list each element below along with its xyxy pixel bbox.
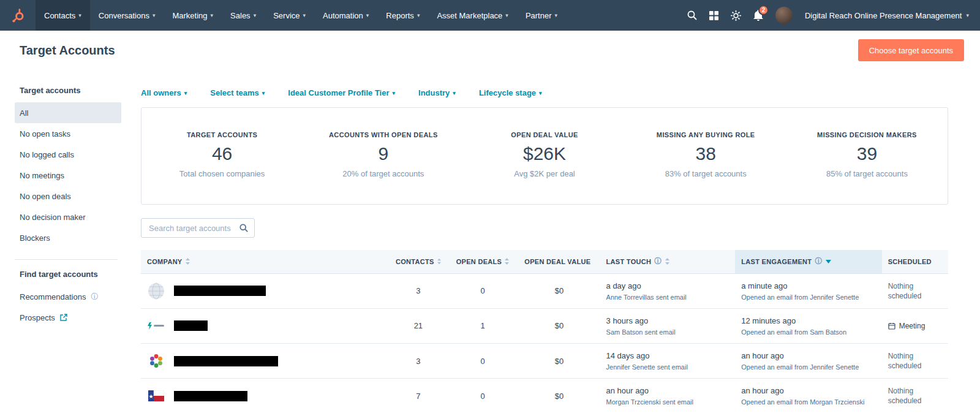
sidebar-item-prospects[interactable]: Prospects: [20, 307, 123, 328]
filter-label: Lifecycle stage: [479, 88, 536, 97]
last-touch-detail: Anne Torrevillas sent email: [606, 294, 729, 301]
hubspot-sprocket-logo[interactable]: [0, 0, 36, 31]
sort-icon[interactable]: [665, 258, 669, 265]
nav-conversations[interactable]: Conversations▾: [90, 0, 164, 31]
content-layout: Target accounts All No open tasks No log…: [0, 70, 980, 413]
info-icon[interactable]: ⓘ: [815, 256, 822, 267]
search-row: [141, 218, 948, 238]
column-label: CONTACTS: [396, 258, 434, 265]
sidebar-item-no-logged-calls[interactable]: No logged calls: [15, 144, 121, 165]
avatar[interactable]: [775, 7, 793, 24]
column-header-open-deals[interactable]: OPEN DEALS: [447, 250, 519, 273]
company-cell[interactable]: [141, 273, 390, 308]
table-row[interactable]: 3 0 $0 14 days ago Jennifer Senette sent…: [141, 343, 948, 378]
info-icon[interactable]: ⓘ: [654, 256, 662, 267]
nav-partner[interactable]: Partner▾: [517, 0, 566, 31]
stat-subtext: Avg $2K per deal: [464, 169, 625, 178]
column-header-last-touch[interactable]: LAST TOUCHⓘ: [600, 250, 736, 273]
filter-all-owners[interactable]: All owners▾: [141, 88, 187, 97]
open-deals-cell: 0: [447, 273, 519, 308]
column-header-scheduled[interactable]: SCHEDULED: [882, 250, 948, 273]
sidebar-item-no-open-tasks[interactable]: No open tasks: [15, 123, 121, 144]
filter-industry[interactable]: Industry▾: [418, 88, 456, 97]
company-cell[interactable]: [141, 343, 390, 378]
sidebar-item-no-meetings[interactable]: No meetings: [15, 165, 121, 186]
table-header-row: COMPANY CONTACTS OPEN DEALS OPEN DEAL VA…: [141, 250, 948, 273]
table-row[interactable]: 3 0 $0 a day ago Anne Torrevillas sent e…: [141, 273, 948, 308]
search-input[interactable]: [148, 223, 236, 233]
company-logo: [147, 282, 165, 300]
open-deals-cell: 1: [447, 308, 519, 343]
sidebar-item-blockers[interactable]: Blockers: [15, 227, 121, 248]
column-label: LAST ENGAGEMENT: [741, 258, 812, 265]
account-menu[interactable]: Digital Reach Online Presence Management…: [805, 11, 969, 20]
topnav-utilities: 2 Digital Reach Online Presence Manageme…: [687, 7, 980, 24]
column-header-contacts[interactable]: CONTACTS: [390, 250, 447, 273]
chevron-down-icon: ▾: [366, 12, 369, 18]
scheduled-status: Meeting: [899, 322, 925, 330]
top-navigation: Contacts▾ Conversations▾ Marketing▾ Sale…: [0, 0, 980, 31]
last-engagement-detail: Opened an email from Jennifer Senette: [741, 363, 875, 371]
nav-asset-marketplace[interactable]: Asset Marketplace▾: [428, 0, 516, 31]
sidebar-item-all[interactable]: All: [15, 102, 121, 123]
sort-icon[interactable]: [505, 258, 509, 265]
last-engagement-detail: Opened an email from Sam Batson: [741, 328, 875, 336]
filter-lifecycle-stage[interactable]: Lifecycle stage▾: [479, 88, 542, 97]
chevron-down-icon: ▾: [153, 12, 156, 18]
nav-label: Marketing: [172, 11, 207, 20]
filter-select-teams[interactable]: Select teams▾: [210, 88, 265, 97]
nav-sales[interactable]: Sales▾: [222, 0, 265, 31]
info-icon[interactable]: ⓘ: [91, 292, 98, 302]
column-header-company[interactable]: COMPANY: [141, 250, 390, 273]
column-label: COMPANY: [147, 258, 183, 265]
last-engagement-time: an hour ago: [741, 386, 875, 395]
filter-label: Industry: [418, 88, 450, 97]
chevron-down-icon: ▾: [966, 12, 969, 18]
company-cell[interactable]: [141, 308, 390, 343]
chevron-down-icon: ▾: [211, 12, 214, 18]
company-cell[interactable]: ★: [141, 379, 390, 413]
search-icon[interactable]: [687, 10, 697, 20]
settings-gear-icon[interactable]: [731, 10, 741, 21]
sidebar: Target accounts All No open tasks No log…: [0, 70, 123, 413]
chevron-down-icon: ▾: [417, 12, 420, 18]
scheduled-status: Nothing scheduled: [888, 386, 942, 406]
column-header-last-engagement[interactable]: LAST ENGAGEMENTⓘ: [735, 250, 881, 273]
nav-service[interactable]: Service▾: [265, 0, 314, 31]
table-row[interactable]: ★ 7 0 $0 an hour ago Morgan Trzcienski s…: [141, 379, 948, 413]
stat-missing-decision-makers: MISSING DECISION MAKERS 39 85% of target…: [786, 131, 948, 178]
nav-automation[interactable]: Automation▾: [314, 0, 377, 31]
sidebar-item-recommendations[interactable]: Recommendations ⓘ: [20, 286, 123, 307]
stat-label: ACCOUNTS WITH OPEN DEALS: [303, 131, 464, 138]
sidebar-item-no-open-deals[interactable]: No open deals: [15, 186, 121, 206]
search-icon[interactable]: [239, 224, 248, 232]
table-row[interactable]: 21 1 $0 3 hours ago Sam Batson sent emai…: [141, 308, 948, 343]
filter-ideal-customer-profile-tier[interactable]: Ideal Customer Profile Tier▾: [288, 88, 395, 97]
choose-target-accounts-button[interactable]: Choose target accounts: [858, 39, 964, 61]
nav-label: Conversations: [99, 11, 149, 20]
sort-icon[interactable]: [186, 258, 190, 265]
nav-reports[interactable]: Reports▾: [377, 0, 428, 31]
summary-stats-card: TARGET ACCOUNTS 46 Total chosen companie…: [141, 107, 948, 205]
marketplace-icon[interactable]: [709, 11, 718, 20]
last-touch-detail: Morgan Trzcienski sent email: [606, 398, 729, 406]
sort-desc-icon[interactable]: [826, 260, 831, 263]
nav-label: Service: [273, 11, 300, 20]
nav-marketing[interactable]: Marketing▾: [164, 0, 222, 31]
company-logo: ★: [147, 387, 165, 405]
chevron-down-icon: ▾: [539, 90, 542, 96]
contacts-cell: 21: [390, 308, 447, 343]
scheduled-cell: Meeting: [882, 308, 948, 343]
sort-icon[interactable]: [437, 258, 441, 265]
search-box[interactable]: [141, 218, 255, 238]
notifications-bell-icon[interactable]: 2: [753, 10, 763, 21]
sidebar-item-no-decision-maker[interactable]: No decision maker: [15, 206, 121, 227]
stat-open-deal-value: OPEN DEAL VALUE $26K Avg $2K per deal: [464, 131, 625, 178]
stat-value: 38: [625, 143, 786, 164]
last-engagement-cell: a minute ago Opened an email from Jennif…: [735, 273, 881, 308]
nav-label: Asset Marketplace: [437, 11, 502, 20]
stat-subtext: 85% of target accounts: [786, 169, 948, 178]
column-header-open-deal-value[interactable]: OPEN DEAL VALUE: [518, 250, 600, 273]
nav-contacts[interactable]: Contacts▾: [36, 0, 90, 31]
main-content: All owners▾ Select teams▾ Ideal Customer…: [123, 70, 980, 413]
